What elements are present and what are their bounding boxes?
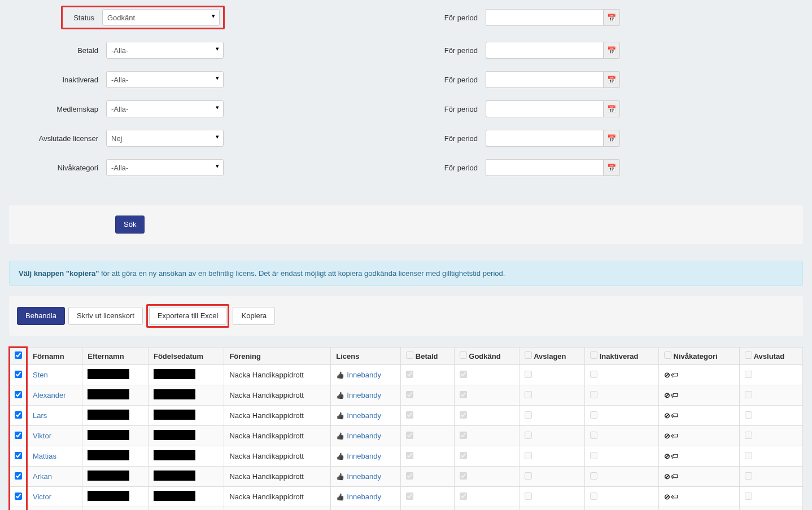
status-select[interactable]: Godkänt — [102, 9, 220, 26]
calendar-icon[interactable]: 📅 — [603, 42, 620, 59]
tag-icon — [671, 391, 679, 399]
fodelsedatum-redacted — [154, 430, 195, 440]
medlemskap-select[interactable]: -Alla- — [106, 100, 224, 117]
betald-checkbox — [406, 493, 413, 500]
results-table: Förnamn Efternamn Födelsedatum Förening … — [9, 347, 803, 510]
search-button[interactable]: Sök — [115, 216, 145, 234]
row-select-checkbox[interactable] — [15, 432, 22, 439]
licens-link[interactable]: Innebandy — [347, 411, 381, 420]
avslagen-checkbox — [525, 432, 532, 439]
fodelsedatum-redacted — [154, 410, 195, 420]
godkand-checkbox — [460, 371, 467, 378]
period-input-6[interactable] — [486, 159, 603, 176]
period-label-1: För period — [407, 14, 486, 22]
period-label-3: För period — [407, 76, 486, 84]
efternamn-redacted — [88, 369, 129, 379]
period-input-1[interactable] — [486, 9, 603, 26]
efternamn-redacted — [88, 410, 129, 420]
period-label-5: För period — [407, 134, 486, 143]
table-row: StenNacka HandikappidrottInnebandy — [10, 365, 803, 385]
avslutade-select[interactable]: Nej — [106, 130, 224, 147]
forening-cell: Nacka Handikappidrott — [224, 365, 331, 385]
betald-label: Betald — [0, 46, 106, 55]
licens-link[interactable]: Innebandy — [347, 371, 381, 379]
betald-checkbox — [406, 432, 413, 439]
table-row: AlexanderNacka HandikappidrottInnebandy — [10, 385, 803, 406]
calendar-icon[interactable]: 📅 — [603, 71, 620, 88]
fodelsedatum-redacted — [154, 450, 195, 460]
row-select-checkbox[interactable] — [15, 472, 22, 480]
period-label-4: För period — [407, 105, 486, 113]
col-inaktiverad: Inaktiverad — [585, 348, 659, 365]
inaktiverad-select[interactable]: -Alla- — [106, 71, 224, 88]
godkand-checkbox — [460, 493, 467, 500]
behandla-button[interactable]: Behandla — [17, 307, 65, 325]
period-input-2[interactable] — [486, 42, 603, 59]
period-input-4[interactable] — [486, 100, 603, 117]
inaktiverad-checkbox — [590, 411, 597, 419]
forening-cell: Nacka Handikappidrott — [224, 406, 331, 426]
thumbs-up-icon — [336, 432, 347, 440]
ban-icon — [664, 432, 671, 440]
col-forening: Förening — [224, 348, 331, 365]
row-select-checkbox[interactable] — [15, 411, 22, 419]
tag-icon — [671, 432, 679, 440]
avslutad-checkbox — [745, 472, 752, 480]
fornamn-link[interactable]: Alexander — [33, 391, 66, 399]
export-excel-button[interactable]: Exportera till Excel — [149, 307, 227, 325]
info-alert-bold: Välj knappen "kopiera" — [19, 269, 99, 278]
tag-icon — [671, 411, 679, 420]
thumbs-up-icon — [336, 391, 347, 399]
row-select-checkbox[interactable] — [15, 391, 22, 398]
avslutad-checkbox — [745, 452, 752, 459]
fornamn-link[interactable]: Lars — [33, 411, 47, 420]
kopiera-button[interactable]: Kopiera — [233, 307, 275, 325]
licens-link[interactable]: Innebandy — [347, 452, 381, 460]
col-betald: Betald — [401, 348, 455, 365]
calendar-icon[interactable]: 📅 — [603, 100, 620, 117]
licens-link[interactable]: Innebandy — [347, 391, 381, 399]
period-input-3[interactable] — [486, 71, 603, 88]
row-select-checkbox[interactable] — [15, 371, 22, 378]
row-select-checkbox[interactable] — [15, 452, 22, 459]
nivakategori-select[interactable]: -Alla- — [106, 159, 224, 176]
tag-icon — [671, 493, 679, 501]
forening-cell: Nacka Handikappidrott — [224, 507, 331, 510]
col-avslagen-checkbox — [525, 351, 532, 359]
betald-select[interactable]: -Alla- — [106, 42, 224, 59]
nivakategori-label: Nivåkategori — [0, 164, 106, 172]
calendar-icon[interactable]: 📅 — [603, 159, 620, 176]
licens-link[interactable]: Innebandy — [347, 493, 381, 501]
efternamn-redacted — [88, 471, 129, 481]
inaktiverad-checkbox — [590, 472, 597, 480]
select-all-checkbox[interactable] — [15, 351, 22, 359]
export-highlight: Exportera till Excel — [146, 304, 230, 328]
skriv-ut-button[interactable]: Skriv ut licenskort — [68, 307, 143, 325]
avslagen-checkbox — [525, 411, 532, 419]
fodelsedatum-redacted — [154, 389, 195, 399]
licens-link[interactable]: Innebandy — [347, 432, 381, 440]
licens-link[interactable]: Innebandy — [347, 472, 381, 481]
inaktiverad-checkbox — [590, 493, 597, 500]
calendar-icon[interactable]: 📅 — [603, 9, 620, 26]
fornamn-link[interactable]: Viktor — [33, 432, 51, 440]
period-label-2: För period — [407, 46, 486, 55]
col-efternamn: Efternamn — [82, 348, 149, 365]
godkand-checkbox — [460, 432, 467, 439]
col-licens: Licens — [331, 348, 401, 365]
betald-checkbox — [406, 452, 413, 459]
row-select-checkbox[interactable] — [15, 493, 22, 500]
avslagen-checkbox — [525, 452, 532, 459]
table-row: MattiasNacka HandikappidrottInnebandy — [10, 446, 803, 467]
avslutad-checkbox — [745, 371, 752, 378]
fornamn-link[interactable]: Victor — [33, 493, 51, 501]
fornamn-link[interactable]: Arkan — [33, 472, 52, 481]
inaktiverad-checkbox — [590, 391, 597, 398]
avslutad-checkbox — [745, 391, 752, 398]
betald-checkbox — [406, 411, 413, 419]
fornamn-link[interactable]: Mattias — [33, 452, 56, 460]
fornamn-link[interactable]: Sten — [33, 371, 48, 379]
calendar-icon[interactable]: 📅 — [603, 130, 620, 147]
nivakategori-icons — [664, 391, 679, 399]
period-input-5[interactable] — [486, 130, 603, 147]
